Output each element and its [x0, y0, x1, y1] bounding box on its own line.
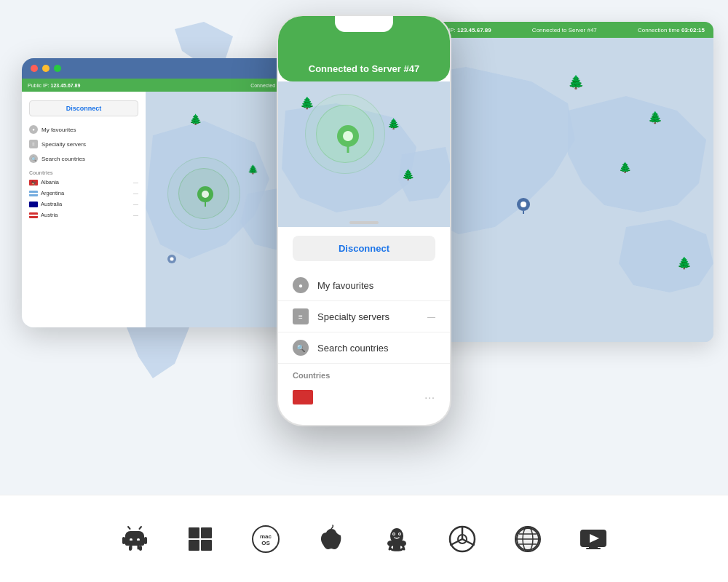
- laptop-tree-1: 🌲: [189, 113, 202, 125]
- laptop-content: Disconnect ● My favourites ≡ Specialty s…: [22, 92, 313, 327]
- desktop-map-pin: [517, 198, 530, 217]
- phone-map: 🌲 🌲 🌲: [278, 81, 450, 227]
- linux-icon[interactable]: [379, 521, 415, 557]
- phone-content: Disconnect ● My favourites ≡ Specialty s…: [278, 227, 450, 425]
- tree-icon-4: 🌲: [677, 256, 692, 270]
- flag-argentina: [29, 191, 38, 196]
- dot-red: [31, 65, 38, 72]
- chrome-icon[interactable]: [444, 521, 480, 557]
- flag-austria: [29, 212, 38, 218]
- firefox-icon[interactable]: [510, 521, 546, 557]
- phone-tree-3: 🌲: [402, 169, 414, 180]
- phone-search-icon: 🔍: [293, 340, 309, 356]
- phone-specialty-label: Specialty servers: [317, 311, 389, 322]
- svg-line-12: [140, 527, 142, 529]
- tree-icon-3: 🌲: [619, 162, 631, 173]
- laptop-country-argentina[interactable]: Argentina —: [22, 188, 146, 199]
- svg-rect-24: [201, 527, 212, 538]
- svg-point-34: [393, 533, 395, 535]
- laptop-sidebar: Disconnect ● My favourites ≡ Specialty s…: [22, 92, 146, 327]
- laptop-menu-search[interactable]: 🔍 Search countries: [22, 151, 146, 166]
- svg-rect-25: [189, 540, 199, 551]
- laptop-statusbar: Public IP: 123.45.67.89 Connected to Ser…: [22, 79, 313, 92]
- desktop-map: 🌲 🌲 🌲 🌲: [422, 38, 713, 342]
- laptop-country-albania[interactable]: 🦅 Albania —: [22, 177, 146, 188]
- phone-search-label: Search countries: [317, 343, 389, 354]
- laptop-countries-section: Countries: [22, 166, 146, 177]
- phone-device: Connected to Server #47 🌲 🌲 🌲: [277, 15, 451, 426]
- macos-icon[interactable]: mac OS: [248, 521, 284, 557]
- phone-country-row[interactable]: ···: [278, 384, 450, 410]
- phone-specialty-icon: ≡: [293, 308, 309, 324]
- laptop-map-pin: [197, 186, 214, 210]
- svg-point-35: [399, 533, 400, 535]
- svg-rect-54: [586, 548, 601, 549]
- phone-status: Connected to Server #47: [309, 63, 419, 74]
- phone-menu-favourites[interactable]: ● My favourites: [278, 270, 450, 301]
- phone-notch-area: Connected to Server #47: [278, 16, 450, 81]
- laptop-screen: Public IP: 123.45.67.89 Connected to Ser…: [22, 79, 313, 327]
- desktop-statusbar: Public IP: 123.45.67.89 Connected to Ser…: [422, 22, 713, 38]
- platform-icons-bar: mac OS: [0, 495, 728, 582]
- desktop-screen: Public IP: 123.45.67.89 Connected to Ser…: [422, 22, 713, 342]
- laptop-country-australia[interactable]: Australia —: [22, 199, 146, 210]
- laptop-disconnect-button[interactable]: Disconnect: [29, 100, 138, 116]
- phone-favourites-label: My favourites: [317, 280, 373, 291]
- tree-icon-2: 🌲: [648, 111, 662, 124]
- phone-countries-section: Countries: [278, 364, 450, 384]
- phone-menu-specialty[interactable]: ≡ Specialty servers —: [278, 301, 450, 332]
- dot-yellow: [42, 65, 50, 72]
- main-area: Public IP: 123.45.67.89 Connected to Ser…: [0, 0, 728, 495]
- laptop-menu-favourites[interactable]: ● My favourites: [22, 122, 146, 137]
- phone-notch: [335, 16, 393, 32]
- svg-rect-23: [189, 527, 199, 538]
- svg-rect-53: [589, 546, 598, 548]
- phone-more-dots[interactable]: ···: [424, 391, 435, 403]
- phone-favourites-icon: ●: [293, 277, 309, 293]
- android-tv-icon[interactable]: [575, 521, 612, 557]
- svg-rect-38: [393, 543, 400, 549]
- phone-outer: Connected to Server #47 🌲 🌲 🌲: [277, 15, 451, 426]
- android-icon[interactable]: [116, 521, 153, 557]
- flag-australia: [29, 202, 38, 207]
- phone-disconnect-button[interactable]: Disconnect: [293, 236, 435, 261]
- phone-map-pin: [336, 125, 360, 156]
- laptop-search-icon: 🔍: [29, 154, 38, 163]
- phone-scroll-handle: [349, 221, 379, 224]
- phone-tree-2: 🌲: [387, 118, 400, 129]
- laptop-country-austria[interactable]: Austria —: [22, 210, 146, 220]
- laptop-small-pin: [167, 255, 176, 269]
- flag-albania: 🦅: [29, 180, 38, 186]
- laptop-menu-specialty[interactable]: ≡ Specialty servers: [22, 137, 146, 151]
- laptop-tree-2: 🌲: [248, 164, 258, 175]
- phone-menu-search[interactable]: 🔍 Search countries: [278, 332, 450, 364]
- svg-line-11: [128, 527, 130, 529]
- phone-country-flag: [293, 390, 313, 404]
- svg-text:OS: OS: [261, 540, 270, 546]
- svg-point-1: [521, 202, 526, 207]
- laptop-screen-outer: Public IP: 123.45.67.89 Connected to Ser…: [22, 58, 313, 327]
- phone-specialty-dash: —: [427, 312, 435, 321]
- phone-tree-1: 🌲: [300, 96, 314, 110]
- laptop-titlebar: [22, 58, 313, 79]
- laptop-favourites-icon: ●: [29, 125, 38, 134]
- svg-rect-26: [201, 540, 212, 551]
- svg-text:mac: mac: [260, 533, 272, 540]
- desktop-device: Public IP: 123.45.67.89 Connected to Ser…: [422, 22, 728, 349]
- laptop-specialty-icon: ≡: [29, 140, 38, 148]
- tree-icon-1: 🌲: [568, 74, 584, 90]
- apple-icon[interactable]: [313, 521, 349, 557]
- dot-green-titlebar: [54, 65, 61, 72]
- windows-icon[interactable]: [182, 521, 218, 557]
- svg-point-5: [170, 258, 174, 261]
